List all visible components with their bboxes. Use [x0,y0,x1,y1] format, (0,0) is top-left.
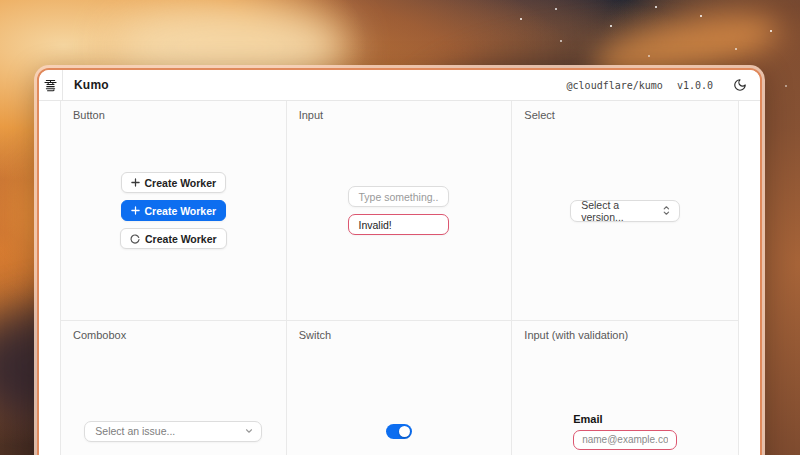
text-input[interactable] [348,186,449,207]
switch-knob [399,426,410,437]
kumo-app-window: Kumo @cloudflare/kumo v1.0.0 Button Crea… [37,68,762,455]
section-label: Select [524,109,555,121]
select-unfold-icon [662,205,671,216]
section-input-validation: Input (with validation) Email [512,321,738,455]
section-select: Select Select a version... [512,101,738,321]
toggle-switch[interactable] [386,424,412,439]
kumo-logo-icon [44,79,57,92]
app-title: Kumo [74,78,109,92]
package-name: @cloudflare/kumo [567,80,663,91]
create-worker-primary-button[interactable]: Create Worker [121,200,227,221]
section-label: Switch [299,329,331,341]
section-label: Input [299,109,323,121]
section-button: Button Create Worker Create Worker Creat… [61,101,287,321]
issue-combobox[interactable] [84,421,262,442]
section-input: Input [287,101,513,321]
moon-icon [733,78,747,92]
version-label: v1.0.0 [677,80,713,91]
invalid-text-input[interactable] [348,214,449,235]
section-label: Input (with validation) [524,329,628,341]
plus-icon [131,206,140,215]
email-field[interactable] [573,430,677,450]
section-switch: Switch [287,321,513,455]
create-worker-outline-button[interactable]: Create Worker [121,172,227,193]
plus-icon [131,178,140,187]
section-label: Combobox [73,329,126,341]
section-combobox: Combobox [61,321,287,455]
section-label: Button [73,109,105,121]
version-select[interactable]: Select a version... [570,200,680,222]
dark-mode-toggle[interactable] [729,74,751,96]
star-field [0,0,2,2]
spinner-icon [130,234,140,244]
component-grid: Button Create Worker Create Worker Creat… [60,101,739,455]
kumo-logo [39,70,63,101]
select-value: Select a version... [581,199,662,223]
email-label: Email [573,413,677,425]
titlebar: Kumo @cloudflare/kumo v1.0.0 [39,70,760,101]
create-worker-loading-button[interactable]: Create Worker [120,228,227,249]
